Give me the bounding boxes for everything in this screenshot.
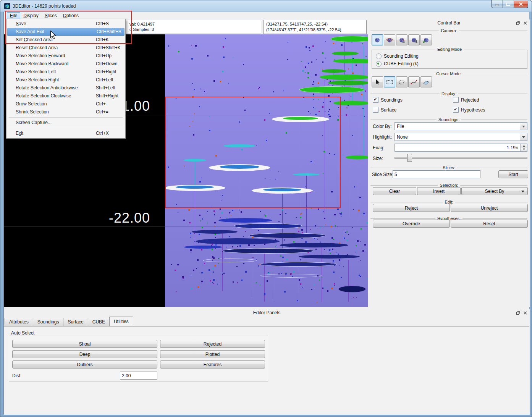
auto-select-buttons: ShoalRejectedDeepPlottedOutliersFeatures bbox=[12, 340, 265, 369]
file-menu-item-exit[interactable]: ExitCtrl+X bbox=[6, 129, 125, 137]
dist-input[interactable] bbox=[120, 372, 157, 380]
sounding-point bbox=[296, 217, 297, 218]
menu-item-shortcut: Ctrl+Down bbox=[96, 60, 117, 68]
sounding-point bbox=[314, 238, 315, 239]
sounding-point bbox=[239, 245, 241, 247]
sounding-point bbox=[245, 271, 247, 273]
reject-button[interactable]: Reject bbox=[373, 204, 450, 212]
sounding-point bbox=[252, 257, 254, 258]
sounding-point bbox=[293, 271, 295, 273]
camera-zoom-window-button[interactable] bbox=[396, 34, 407, 45]
tab-attributes[interactable]: Attributes bbox=[5, 318, 33, 326]
control-bar-panel: Control Bar Camera: Editing Mode Soundin… bbox=[368, 19, 530, 307]
sounding-point bbox=[237, 246, 238, 247]
file-menu-item-move-selection-right[interactable]: Move Selection RightCtrl+Left bbox=[6, 76, 125, 84]
sounding-point bbox=[339, 265, 340, 266]
cursor-plane-select-button[interactable] bbox=[420, 76, 432, 87]
sounding-point bbox=[353, 297, 354, 298]
section-label: Cursor Mode: bbox=[436, 71, 462, 76]
menu-item-label: Screen Capture... bbox=[16, 120, 52, 125]
camera-reset-view-button[interactable] bbox=[420, 34, 432, 45]
menu-item-label: Move Selection Backward bbox=[16, 61, 68, 66]
highlight-select[interactable]: None bbox=[395, 133, 527, 141]
tab-soundings[interactable]: Soundings bbox=[33, 318, 64, 326]
cursor-pointer-button[interactable] bbox=[372, 76, 383, 87]
sounding-point bbox=[340, 213, 342, 215]
file-menu-item-move-selection-backward[interactable]: Move Selection BackwardCtrl+Down bbox=[6, 60, 125, 68]
spin-down-icon[interactable] bbox=[521, 148, 527, 152]
display-checkbox-rejected[interactable]: Rejected bbox=[453, 97, 527, 103]
invert-button[interactable]: Invert bbox=[417, 187, 461, 195]
minimize-button[interactable] bbox=[492, 0, 503, 8]
camera-rotate-icon bbox=[374, 37, 381, 43]
auto-select-label: Auto Select bbox=[11, 330, 34, 336]
start-slices-button[interactable]: Start bbox=[498, 170, 528, 178]
sounding-point bbox=[199, 234, 200, 235]
unreject-button[interactable]: Unreject bbox=[451, 204, 528, 212]
auto-select-shoal-button[interactable]: Shoal bbox=[12, 340, 157, 348]
close-panel-icon[interactable] bbox=[522, 310, 528, 315]
cursor-lasso-select-button[interactable] bbox=[396, 76, 407, 87]
file-menu-item-rotate-selection-clockwise[interactable]: Rotate Selection ClockwiseShift+Right bbox=[6, 92, 125, 100]
sounding-point bbox=[298, 231, 299, 232]
sounding-point bbox=[297, 300, 298, 301]
clear-button[interactable]: Clear bbox=[373, 187, 416, 195]
panel-buttons bbox=[515, 21, 528, 26]
display-checkbox-hypotheses[interactable]: Hypotheses bbox=[453, 107, 527, 113]
checkbox-icon bbox=[373, 107, 378, 113]
auto-select-rejected-button[interactable]: Rejected bbox=[160, 340, 265, 348]
sounding-point bbox=[222, 274, 223, 275]
tab-surface[interactable]: Surface bbox=[63, 318, 88, 326]
auto-select-deep-button[interactable]: Deep bbox=[12, 350, 157, 358]
color-by-select[interactable]: File bbox=[395, 122, 527, 130]
camera-orbit-button[interactable] bbox=[384, 34, 395, 45]
auto-select-outliers-button[interactable]: Outliers bbox=[12, 360, 157, 369]
title-bar[interactable]: 3DEditor - 14629 points loaded bbox=[0, 0, 532, 12]
slice-size-input[interactable] bbox=[393, 170, 480, 178]
file-menu-item-move-selection-forward[interactable]: Move Selection ForwardCtrl+Up bbox=[6, 52, 125, 60]
file-menu-item-screen-capture[interactable]: Screen Capture... bbox=[6, 119, 125, 127]
float-panel-icon[interactable] bbox=[515, 310, 521, 315]
sounding-point bbox=[333, 43, 334, 44]
sounding-point bbox=[326, 208, 327, 209]
editing-mode-option-sounding-editing[interactable]: Sounding Editing bbox=[376, 53, 419, 59]
sounding-point bbox=[264, 244, 265, 245]
sounding-point bbox=[325, 41, 326, 42]
sounding-point bbox=[190, 237, 191, 238]
auto-select-plotted-button[interactable]: Plotted bbox=[160, 350, 265, 358]
tab-cube[interactable]: CUBE bbox=[88, 318, 110, 326]
sounding-point bbox=[215, 237, 216, 238]
spin-up-icon[interactable] bbox=[521, 144, 527, 148]
file-menu-item-move-selection-left[interactable]: Move Selection LeftCtrl+Right bbox=[6, 68, 125, 76]
auto-select-features-button[interactable]: Features bbox=[160, 360, 265, 369]
override-button[interactable]: Override bbox=[373, 220, 450, 228]
sounding-point bbox=[223, 57, 225, 58]
display-checkbox-soundings[interactable]: Soundings bbox=[373, 97, 453, 103]
reset-button[interactable]: Reset bbox=[451, 220, 528, 228]
cursor-polyline-slice-button[interactable] bbox=[408, 76, 420, 87]
editor-panels-title: Editor Panels bbox=[4, 310, 530, 316]
sounding-point bbox=[195, 45, 197, 47]
float-panel-icon[interactable] bbox=[515, 21, 521, 26]
sounding-point bbox=[356, 297, 357, 298]
select-by-button[interactable]: Select By bbox=[461, 187, 528, 195]
close-button[interactable] bbox=[514, 0, 528, 8]
display-checkbox-surface[interactable]: Surface bbox=[373, 107, 453, 113]
maximize-button[interactable] bbox=[503, 0, 514, 8]
file-menu-item-rotate-selection-anticlockwise[interactable]: Rotate Selection AnticlockwiseShift+Left bbox=[6, 84, 125, 92]
exaggeration-spinner[interactable]: 1.19× bbox=[395, 144, 527, 152]
camera-rotate-button[interactable] bbox=[372, 34, 383, 45]
slider-handle[interactable] bbox=[407, 154, 412, 162]
slice-size-label: Slice Size: bbox=[372, 172, 393, 177]
camera-zoom-extents-button[interactable] bbox=[408, 34, 420, 45]
sounding-point bbox=[285, 213, 286, 214]
file-menu-item-reset-checked-area[interactable]: Reset Checked AreaCtrl+Shift+K bbox=[6, 44, 125, 52]
sounding-point bbox=[362, 108, 364, 109]
cursor-rectangle-select-button[interactable] bbox=[384, 76, 395, 87]
editing-mode-option-cube-editing-k[interactable]: CUBE Editing (k) bbox=[376, 61, 419, 67]
file-menu-item-grow-selection[interactable]: Grow SelectionCtrl+- bbox=[6, 100, 125, 108]
tab-utilities[interactable]: Utilities bbox=[109, 317, 133, 326]
close-panel-icon[interactable] bbox=[522, 21, 528, 26]
file-menu-item-shrink-selection[interactable]: Shrink SelectionCtrl+= bbox=[6, 108, 125, 116]
size-slider[interactable] bbox=[395, 154, 527, 162]
